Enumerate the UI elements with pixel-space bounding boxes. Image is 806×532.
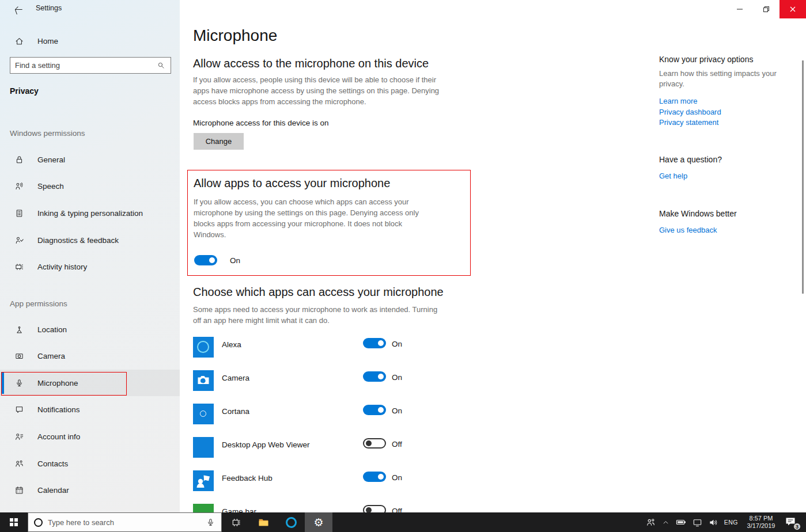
alexa-icon [286,517,297,528]
back-button[interactable] [9,3,27,16]
help-question-heading: Have a question? [659,155,800,164]
tray-overflow-button[interactable] [661,518,670,527]
camera-icon [14,351,24,361]
game-bar-toggle[interactable] [363,505,386,512]
sidebar-item-speech[interactable]: Speech [0,173,180,199]
clock[interactable]: 8:57 PM 3/17/2019 [743,515,779,530]
desktop-app-web-viewer-toggle[interactable] [363,438,386,449]
minimize-button[interactable] [726,0,753,18]
sidebar-item-camera[interactable]: Camera [0,343,180,369]
camera-toggle[interactable] [363,371,386,382]
sidebar-item-inking-typing[interactable]: Inking & typing personalization [0,200,180,226]
app-name: Camera [222,374,249,382]
help-column: Know your privacy options Learn how this… [659,55,800,236]
sidebar-item-diagnostics-feedback[interactable]: Diagnostics & feedback [0,227,180,253]
speech-icon [14,181,24,191]
microphone-search-icon[interactable] [206,518,215,527]
lock-icon [14,155,24,165]
diagnostics-icon [14,235,24,245]
battery-button[interactable] [675,516,687,528]
privacy-statement-link[interactable]: Privacy statement [659,117,800,128]
app-access-toggle-state: On [230,256,240,265]
app-row-cortana: Cortana On [193,404,435,437]
people-icon [645,517,656,528]
notification-badge: 3 [793,523,801,530]
sidebar-item-label: Notifications [37,405,80,414]
scrollbar-thumb[interactable] [802,60,804,294]
windows-logo-icon [10,518,18,527]
network-button[interactable] [692,517,703,528]
settings-app-button[interactable]: ⚙ [305,512,332,532]
app-row-alexa: Alexa On [193,337,435,370]
get-help-link[interactable]: Get help [659,171,800,182]
language-indicator[interactable]: ENG [724,519,738,526]
window-title: Settings [36,4,62,12]
cortana-toggle[interactable] [363,405,386,415]
restore-button[interactable] [753,0,779,18]
sidebar-item-label: Microphone [37,379,78,387]
action-center-button[interactable]: 3 [784,516,799,529]
device-access-description: If you allow access, people using this d… [193,74,444,107]
volume-button[interactable] [708,517,719,528]
sidebar-item-label: Diagnostics & feedback [37,236,119,245]
sidebar-item-label: Location [37,325,67,334]
learn-more-link[interactable]: Learn more [659,96,800,107]
settings-window: Settings Home Privacy Windows permission… [0,0,806,512]
change-button[interactable]: Change [194,133,244,150]
start-button[interactable] [0,512,28,532]
app-access-toggle-wrap: On [194,255,240,265]
account-info-icon [14,432,24,442]
section-label-windows-permissions: Windows permissions [10,129,85,138]
sidebar-item-home[interactable]: Home [0,28,180,54]
sidebar-item-location[interactable]: Location [0,316,180,343]
sidebar-item-contacts[interactable]: Contacts [0,450,180,477]
speaker-icon [708,517,719,528]
close-button[interactable] [779,0,806,18]
search-icon[interactable] [157,61,165,70]
help-better-heading: Make Windows better [659,209,800,218]
activity-history-icon [14,262,24,272]
taskbar-search[interactable]: Type here to search [28,512,222,532]
sidebar-item-microphone[interactable]: Microphone [0,370,180,396]
app-toggle-state: On [392,340,402,348]
app-row-feedback-hub: Feedback Hub On [193,470,435,504]
privacy-dashboard-link[interactable]: Privacy dashboard [659,107,800,118]
back-arrow-icon [13,5,23,14]
task-view-button[interactable] [222,512,249,532]
location-icon [14,325,24,335]
camera-tile-icon [193,370,214,391]
file-explorer-button[interactable] [249,512,277,532]
settings-search-input[interactable] [10,61,157,70]
file-explorer-icon [258,516,270,529]
app-toggle-state: On [392,373,402,382]
choose-apps-heading: Choose which apps can access your microp… [193,286,444,299]
task-view-icon [230,517,241,528]
inking-icon [14,208,24,218]
sidebar-item-label: Contacts [37,459,68,468]
battery-icon [675,516,687,528]
app-name: Game bar [222,507,256,512]
contacts-icon [14,459,24,469]
alexa-app-button[interactable] [277,512,305,532]
sidebar-item-calendar[interactable]: Calendar [0,477,180,503]
device-access-status: Microphone access for this device is on [193,119,329,127]
clock-time: 8:57 PM [743,515,779,522]
app-access-toggle[interactable] [194,255,217,265]
feedback-hub-toggle[interactable] [363,472,386,482]
sidebar-item-account-info[interactable]: Account info [0,423,180,450]
app-toggle-state: On [392,406,402,415]
sidebar-item-notifications[interactable]: Notifications [0,396,180,423]
people-button[interactable] [645,517,656,528]
sidebar-item-general[interactable]: General [0,146,180,173]
microphone-icon [14,378,24,388]
alexa-toggle[interactable] [363,338,386,348]
cortana-icon [34,518,43,527]
settings-search-box [10,57,171,74]
app-name: Cortana [222,407,249,416]
notifications-icon [14,405,24,415]
give-feedback-link[interactable]: Give us feedback [659,225,800,236]
sidebar-item-activity-history[interactable]: Activity history [0,253,180,280]
taskbar-search-placeholder: Type here to search [48,518,200,527]
alexa-tile-icon [193,337,214,358]
sidebar-item-label: Speech [37,182,64,191]
